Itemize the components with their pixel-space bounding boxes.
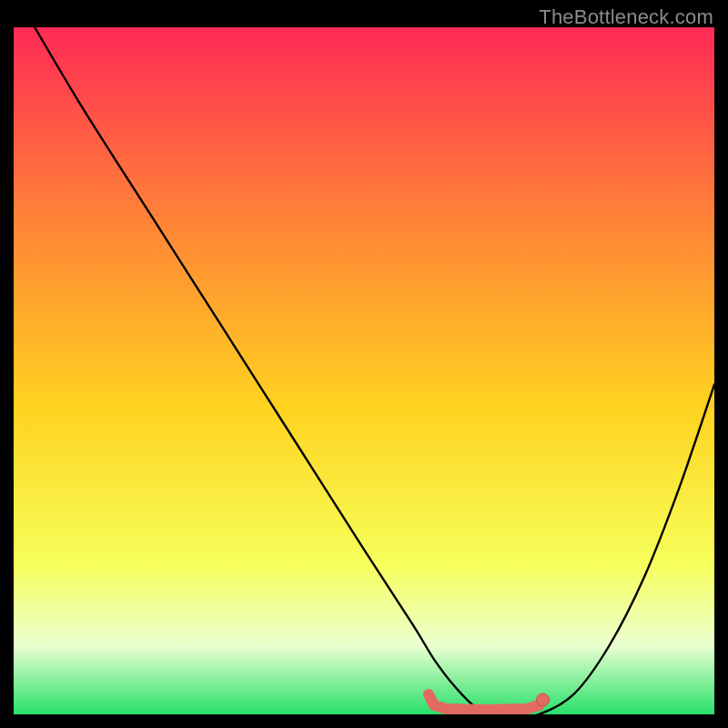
curve-layer	[14, 27, 714, 714]
bottleneck-curve	[35, 27, 714, 714]
chart-container: TheBottleneck.com	[0, 0, 728, 728]
plot-area	[14, 27, 714, 714]
trough-end-dot	[537, 693, 550, 706]
trough-marker	[429, 694, 540, 710]
watermark-text: TheBottleneck.com	[539, 5, 713, 29]
